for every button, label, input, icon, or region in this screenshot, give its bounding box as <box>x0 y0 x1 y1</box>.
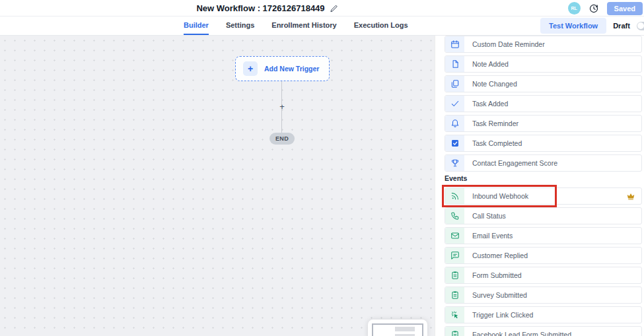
trigger-item-customer-replied[interactable]: Customer Replied <box>445 247 642 264</box>
workflow-canvas[interactable]: + Add New Trigger + END <box>0 36 435 336</box>
trigger-item-call-status[interactable]: Call Status <box>445 207 642 224</box>
crown-premium-icon <box>626 191 635 201</box>
clipboard-icon <box>445 287 464 303</box>
trigger-item-custom-date-reminder[interactable]: Custom Date Reminder <box>445 36 642 53</box>
add-new-trigger-button[interactable]: + Add New Trigger <box>235 56 330 81</box>
publish-toggle[interactable] <box>637 22 644 30</box>
note-icon <box>445 56 464 72</box>
app-header: New Workflow : 1726126718449 RL Saved <box>0 0 644 17</box>
tab-enrollment-history[interactable]: Enrollment History <box>271 17 336 35</box>
preview-popup[interactable] <box>368 319 427 336</box>
events-section-header: Events <box>445 174 642 184</box>
preview-frame <box>372 323 423 336</box>
trigger-item-label: Trigger Link Clicked <box>464 311 533 319</box>
add-trigger-label: Add New Trigger <box>264 65 319 73</box>
check-square-icon <box>445 135 464 151</box>
calendar-icon <box>445 36 464 52</box>
trigger-item-label: Note Changed <box>464 80 517 88</box>
avatar[interactable]: RL <box>568 2 581 15</box>
trigger-item-contact-engagement-score[interactable]: Contact Engagement Score <box>445 154 642 172</box>
trigger-item-task-completed[interactable]: Task Completed <box>445 135 642 152</box>
trigger-item-label: Call Status <box>464 212 506 220</box>
trigger-item-label: Inbound Webhook <box>464 192 528 200</box>
webhook-icon <box>445 188 464 204</box>
trigger-item-inbound-webhook[interactable]: Inbound Webhook <box>445 187 642 205</box>
tab-bar: Builder Settings Enrollment History Exec… <box>0 17 644 36</box>
trigger-item-label: Survey Submitted <box>464 291 527 299</box>
clipboard-icon <box>445 267 464 283</box>
toggle-knob <box>637 22 644 29</box>
trigger-item-label: Task Reminder <box>464 119 519 127</box>
trigger-item-label: Custom Date Reminder <box>464 40 545 48</box>
trigger-item-label: Customer Replied <box>464 252 528 259</box>
bell-icon <box>445 116 464 131</box>
add-step-plus-icon[interactable]: + <box>279 102 285 111</box>
trigger-item-label: Form Submitted <box>464 271 522 279</box>
trigger-item-email-events[interactable]: Email Events <box>445 227 642 244</box>
cursor-click-icon <box>445 307 464 323</box>
trigger-item-note-changed[interactable]: Note Changed <box>445 75 642 92</box>
edit-pencil-icon[interactable] <box>330 4 339 13</box>
tab-settings[interactable]: Settings <box>226 17 254 35</box>
draft-label: Draft <box>613 22 630 30</box>
saved-button[interactable]: Saved <box>607 2 643 15</box>
triggers-sidebar[interactable]: Custom Date Reminder Note Added Note Cha… <box>435 36 644 336</box>
trigger-item-facebook-lead-form-submitted[interactable]: Facebook Lead Form Submitted <box>445 326 642 336</box>
clipboard-icon <box>445 327 464 336</box>
trigger-item-label: Facebook Lead Form Submitted <box>464 331 571 336</box>
trigger-item-trigger-link-clicked[interactable]: Trigger Link Clicked <box>445 306 642 323</box>
placeholder-bar <box>395 327 415 331</box>
test-workflow-button[interactable]: Test Workflow <box>540 18 606 34</box>
trigger-item-label: Task Completed <box>464 139 522 147</box>
tab-builder[interactable]: Builder <box>184 17 209 35</box>
trigger-item-label: Note Added <box>464 60 509 68</box>
check-icon <box>445 96 464 112</box>
history-clock-icon[interactable] <box>589 3 599 14</box>
plus-icon: + <box>243 61 258 76</box>
trigger-item-form-submitted[interactable]: Form Submitted <box>445 267 642 284</box>
note-changed-icon <box>445 76 464 92</box>
chat-icon <box>445 248 464 263</box>
workflow-title: New Workflow : 1726126718449 <box>196 3 324 13</box>
trigger-item-note-added[interactable]: Note Added <box>445 55 642 73</box>
end-node: END <box>269 133 295 145</box>
trigger-item-label: Email Events <box>464 232 513 240</box>
mail-icon <box>445 228 464 244</box>
trophy-icon <box>445 155 464 171</box>
trigger-item-task-added[interactable]: Task Added <box>445 95 642 112</box>
trigger-item-task-reminder[interactable]: Task Reminder <box>445 115 642 132</box>
trigger-item-label: Task Added <box>464 100 508 108</box>
tab-execution-logs[interactable]: Execution Logs <box>354 17 408 35</box>
phone-icon <box>445 208 464 224</box>
trigger-item-label: Contact Engagement Score <box>464 159 557 167</box>
trigger-item-survey-submitted[interactable]: Survey Submitted <box>445 286 642 304</box>
